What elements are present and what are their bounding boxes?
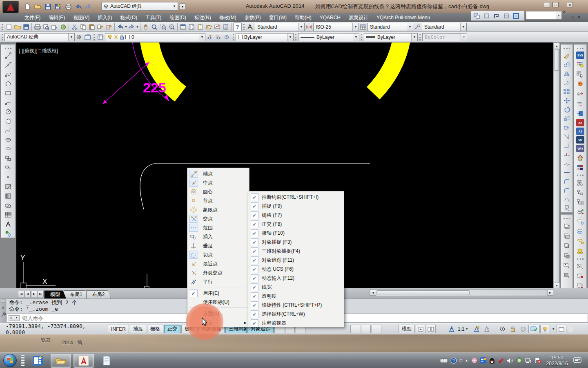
save-as-icon[interactable] — [53, 2, 62, 11]
menu-item-extension[interactable]: 范围 — [187, 223, 249, 232]
bring-to-front-icon[interactable] — [562, 222, 571, 230]
menu-modify[interactable]: 修改(M) — [215, 13, 241, 22]
yq-face-icon[interactable] — [576, 80, 585, 88]
menu-draw[interactable]: 绘图(D) — [165, 13, 190, 22]
menu-item-osnap[interactable]: ✓对象捕捉 (F3) — [248, 238, 344, 247]
rectangle-icon[interactable] — [482, 11, 491, 20]
menu-item-midpoint[interactable]: 中点 — [187, 178, 249, 187]
wide-polyline-right[interactable] — [373, 43, 402, 93]
point-marker[interactable] — [132, 274, 149, 288]
extend-icon[interactable] — [562, 141, 571, 149]
taskbar-file-explorer[interactable] — [51, 354, 71, 368]
chevron-down-icon[interactable]: ▼ — [173, 4, 176, 8]
save-icon[interactable] — [22, 22, 30, 31]
help-tray-icon[interactable]: ? — [450, 357, 457, 364]
yq-layer-colors-icon[interactable] — [576, 60, 585, 69]
menu-help[interactable]: 帮助(H) — [291, 13, 316, 22]
tab-layout2[interactable]: 布局2 — [86, 290, 111, 298]
explode-icon[interactable] — [562, 204, 571, 212]
menu-item-snap[interactable]: ✓捕捉 (F9) — [248, 202, 344, 211]
make-layer-current-icon[interactable] — [205, 33, 214, 41]
restore-windows-icon[interactable]: □ — [460, 358, 462, 363]
horn-tray-icon[interactable] — [498, 357, 504, 364]
yq-sel-new-icon[interactable] — [576, 262, 585, 271]
open-icon[interactable] — [33, 2, 42, 11]
dim-style-combo[interactable]: ISO-25 ▼ — [313, 23, 359, 31]
mleader-style-icon[interactable] — [413, 22, 422, 31]
yq-unit-icon[interactable]: mmcm — [576, 99, 585, 108]
undo-icon[interactable] — [116, 22, 125, 31]
tab-layout1[interactable]: 布局1 — [64, 290, 89, 298]
menu-format[interactable]: 格式(O) — [116, 13, 141, 22]
stretch-icon[interactable] — [562, 123, 571, 131]
multiline-text-icon[interactable] — [4, 220, 13, 228]
menu-item-tangent[interactable]: 切点 — [187, 250, 249, 259]
chevron-down-icon[interactable]: ▼ — [460, 23, 466, 31]
toolbar-lock-icon[interactable] — [508, 325, 518, 333]
point-icon[interactable] — [4, 173, 13, 182]
table-style-icon[interactable] — [359, 22, 368, 31]
bring-above-icon[interactable] — [562, 241, 571, 250]
layer-states-icon[interactable] — [223, 33, 231, 41]
arc-icon[interactable] — [4, 99, 13, 107]
menu-item-ortho[interactable]: ✓正交 (F8) — [248, 220, 344, 229]
yq-layer-bulb3-icon[interactable] — [576, 237, 585, 246]
layer-properties-icon[interactable] — [96, 33, 105, 41]
taskbar-clock[interactable]: 19:50 2022/8/16 — [546, 355, 568, 366]
yq-vr-icon[interactable]: VR — [576, 136, 584, 144]
chevron-down-icon[interactable]: ▼ — [199, 34, 205, 41]
zoom-realtime-icon[interactable] — [150, 22, 159, 31]
new-icon[interactable] — [4, 22, 13, 31]
vertical-scrollbar[interactable]: ▲ ▼ — [553, 43, 559, 288]
save-icon[interactable] — [43, 2, 52, 11]
workspace-settings-icon[interactable] — [75, 33, 83, 41]
create-block-icon[interactable] — [4, 164, 13, 172]
menu-item-display[interactable]: 显示▶ — [187, 318, 249, 327]
mdi-close-icon[interactable]: ✕ — [577, 15, 581, 20]
yq-sys-icon[interactable]: SYS — [576, 52, 584, 59]
yq-layer-bulb2-icon[interactable] — [576, 227, 585, 236]
menu-window[interactable]: 窗口(W) — [265, 13, 291, 22]
annotation-scale-value[interactable]: 1:1 — [458, 326, 465, 332]
toggle-annotationmonitor[interactable] — [372, 325, 381, 333]
menu-item-lineweight[interactable]: ✓线宽 — [248, 283, 344, 292]
rotate-icon[interactable] — [562, 105, 571, 113]
command-prompt-icon[interactable]: >_▼ — [9, 315, 20, 321]
status-dropdown-icon[interactable]: ▼ — [552, 328, 555, 330]
tab-last-icon[interactable]: ▶| — [38, 291, 44, 297]
undo-dropdown-icon[interactable]: ▼ — [125, 25, 127, 28]
menu-tools[interactable]: 工具(T) — [141, 13, 165, 22]
undo-icon[interactable] — [74, 2, 83, 11]
scroll-left-icon[interactable]: ◀ — [370, 290, 376, 296]
color-combo[interactable]: ByLayer ▼ — [236, 33, 294, 41]
toggle-grid[interactable]: 栅格 — [147, 325, 163, 333]
polyline-icon[interactable] — [4, 70, 13, 79]
annotation-scale-icon[interactable] — [447, 325, 457, 333]
action-center-flag-icon[interactable] — [535, 357, 541, 364]
tab-first-icon[interactable]: |◀ — [18, 291, 24, 297]
linetype-combo[interactable]: ByLayer ▼ — [298, 33, 359, 41]
table-icon[interactable] — [4, 211, 13, 219]
layer-combo[interactable]: 0 ▼ — [105, 33, 205, 41]
menu-item-insertion[interactable]: 插入 — [187, 232, 249, 241]
yq-indent-icon[interactable] — [576, 109, 585, 118]
menu-item-polar[interactable]: ✓极轴 (F10) — [248, 229, 344, 238]
menu-parametric[interactable]: 参数(P) — [241, 13, 265, 22]
toggle-snap[interactable]: 捕捉 — [130, 325, 146, 333]
minimize-button[interactable]: ─ — [544, 2, 550, 7]
annotation-visibility-icon[interactable] — [472, 325, 481, 333]
chevron-down-icon[interactable]: ▼ — [556, 11, 561, 19]
chamfer-icon[interactable] — [562, 177, 571, 185]
yq-vry-icon[interactable]: VRY — [576, 145, 584, 152]
menu-item-perpendicular[interactable]: 垂足 — [187, 241, 249, 250]
menu-item-use-icons[interactable]: 使用图标(U) — [187, 298, 249, 307]
model-space-button[interactable]: 模型 — [399, 325, 415, 333]
new-icon[interactable] — [23, 2, 32, 11]
media-tray-icon[interactable] — [480, 357, 486, 364]
plot-preview-icon[interactable] — [42, 22, 50, 31]
green-app-tray-icon[interactable] — [516, 357, 522, 364]
taskbar-video-app[interactable] — [28, 354, 48, 368]
menu-item-selection-cycling[interactable]: ✓选择循环(CTRL+W) — [248, 310, 344, 319]
erase-icon[interactable] — [562, 52, 571, 59]
point-style-icon[interactable] — [4, 229, 13, 238]
